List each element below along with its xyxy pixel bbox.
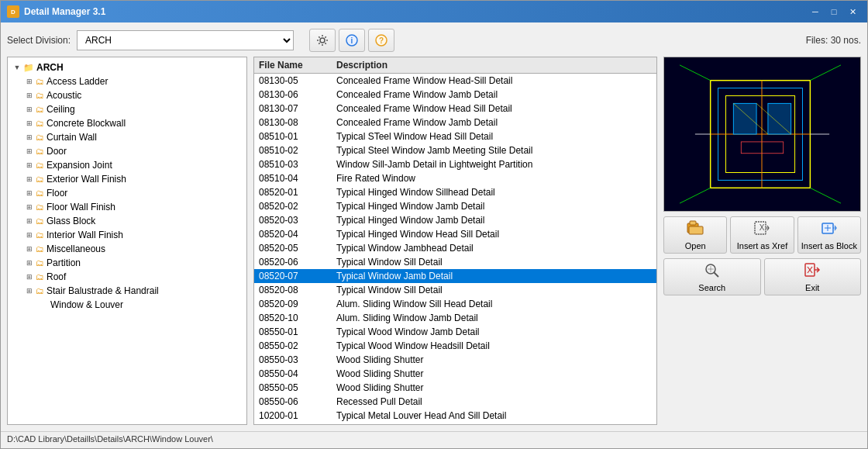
tree-expander-icon <box>36 299 48 311</box>
list-row[interactable]: 08550-03Wood Sliding Shutter <box>254 353 656 367</box>
svg-rect-26 <box>689 226 703 234</box>
division-select[interactable]: ARCH STRUCT MEP <box>77 30 294 50</box>
tree-folder-icon: 🗂 <box>36 105 44 114</box>
list-row[interactable]: 10200-01Typical Metal Louver Head And Si… <box>254 409 656 423</box>
insert-block-button[interactable]: Insert as Block <box>797 216 861 254</box>
list-row[interactable]: 08520-05Typical Window Jambhead Detail <box>254 241 656 255</box>
tree-folder-icon: 🗂 <box>36 133 44 142</box>
tree-item[interactable]: ⊞🗂Roof <box>23 270 243 284</box>
list-cell-filename: 08510-03 <box>259 159 336 170</box>
tree-expander-icon: ⊞ <box>23 187 36 199</box>
tree-item[interactable]: ⊞🗂Expansion Joint <box>23 158 243 172</box>
settings-button[interactable] <box>309 29 336 52</box>
list-row[interactable]: 08520-08Typical Window Sill Detail <box>254 283 656 297</box>
tree-item[interactable]: ⊞🗂Partition <box>23 256 243 270</box>
tree-expander-icon: ⊞ <box>23 131 36 143</box>
list-row[interactable]: 08550-01Typical Wood Window Jamb Detail <box>254 325 656 339</box>
svg-rect-25 <box>690 221 696 225</box>
insert-xref-button[interactable]: X Insert as Xref <box>730 216 794 254</box>
list-row[interactable]: 08510-02Typical Steel Window Jamb Meetin… <box>254 143 656 157</box>
list-row[interactable]: 08520-09Alum. Sliding Window Sill Head D… <box>254 297 656 311</box>
help-button[interactable]: ? <box>368 29 394 52</box>
list-row[interactable]: 08550-02Typical Wood Window Headsill Det… <box>254 339 656 353</box>
list-cell-desc: Wood Sliding Shutter <box>336 368 652 379</box>
title-bar: D Detail Manager 3.1 ─ □ ✕ <box>1 1 867 22</box>
open-button[interactable]: Open <box>663 216 727 254</box>
list-row[interactable]: 08550-06Recessed Pull Detail <box>254 395 656 409</box>
svg-point-2 <box>320 38 325 43</box>
list-cell-filename: 08550-05 <box>259 382 336 393</box>
list-cell-filename: 08130-07 <box>259 103 336 114</box>
list-row[interactable]: 08510-03Window Sill-Jamb Detail in Light… <box>254 157 656 171</box>
list-row[interactable]: 08130-07Concealed Frame Window Head Sill… <box>254 102 656 116</box>
list-cell-filename: 08130-06 <box>259 89 336 100</box>
close-button[interactable]: ✕ <box>844 5 861 19</box>
tree-expander-icon: ⊞ <box>23 215 36 227</box>
tree-item[interactable]: ⊞🗂Concrete Blockwall <box>23 116 243 130</box>
svg-rect-13 <box>733 103 756 134</box>
list-row[interactable]: 08520-07Typical Window Jamb Detail <box>254 269 656 283</box>
list-row[interactable]: 08510-01Typical STeel Window Head Sill D… <box>254 130 656 143</box>
tree-item[interactable]: ⊞🗂Floor Wall Finish <box>23 200 243 214</box>
tree-item[interactable]: ⊞🗂Door <box>23 144 243 158</box>
list-row[interactable]: 08520-01Typical Hinged Window Sillhead D… <box>254 185 656 199</box>
tree-root-item[interactable]: ▼ 📁 ARCH <box>11 60 243 74</box>
list-row[interactable]: 08550-05Wood Sliding Shutter <box>254 381 656 395</box>
main-window: D Detail Manager 3.1 ─ □ ✕ Select Divisi… <box>0 0 868 449</box>
list-cell-desc: Alum. Sliding Window Sill Head Detail <box>336 299 652 309</box>
list-cell-desc: Typical Hinged Window Sillhead Detail <box>336 187 652 198</box>
status-bar: D:\CAD Library\Detaills\Details\ARCH\Win… <box>1 431 867 448</box>
tree-item[interactable]: ⊞🗂Glass Block <box>23 214 243 228</box>
list-cell-filename: 08520-08 <box>259 285 336 295</box>
tree-item[interactable]: ⊞🗂Exterior Wall Finish <box>23 172 243 186</box>
tree-item-label: Floor <box>46 188 67 199</box>
list-cell-desc: Wood Sliding Shutter <box>336 382 652 393</box>
maximize-button[interactable]: □ <box>825 5 842 19</box>
tree-item[interactable]: Window & Louver <box>23 298 243 312</box>
list-row[interactable]: 08130-06Concealed Frame Window Jamb Deta… <box>254 88 656 102</box>
insert-xref-icon: X <box>753 220 770 240</box>
tree-item[interactable]: ⊞🗂Acoustic <box>23 88 243 102</box>
tree-expander-icon: ⊞ <box>23 103 36 116</box>
info-button[interactable]: i <box>339 29 365 52</box>
tree-panel[interactable]: ▼ 📁 ARCH ⊞🗂Access Ladder⊞🗂Acoustic⊞🗂Ceil… <box>7 57 247 425</box>
tree-item[interactable]: ⊞🗂Stair Balustrade & Handrail <box>23 284 243 298</box>
tree-item[interactable]: ⊞🗂Ceiling <box>23 102 243 116</box>
exit-button[interactable]: Exit <box>764 258 862 295</box>
tree-item[interactable]: ⊞🗂Interior Wall Finish <box>23 228 243 242</box>
list-row[interactable]: 08130-08Concealed Frame Window Jamb Deta… <box>254 116 656 130</box>
list-cell-filename: 10200-01 <box>259 410 336 421</box>
minimize-button[interactable]: ─ <box>807 5 824 19</box>
tree-expander-icon: ⊞ <box>23 173 36 185</box>
tree-item-label: Curtain Wall <box>46 132 97 143</box>
tree-item[interactable]: ⊞🗂Miscellaneous <box>23 242 243 256</box>
list-row[interactable]: 08510-04Fire Rated Window <box>254 171 656 185</box>
tree-item[interactable]: ⊞🗂Floor <box>23 186 243 200</box>
search-button[interactable]: Search <box>663 258 761 295</box>
tree-expander-icon: ⊞ <box>23 243 36 255</box>
list-cell-desc: Concealed Frame Window Jamb Detail <box>336 117 652 128</box>
list-row[interactable]: 08520-03Typical Hinged Window Jamb Detai… <box>254 213 656 227</box>
list-row[interactable]: 08520-04Typical Hinged Window Head Sill … <box>254 227 656 241</box>
list-cell-desc: Typical Hinged Window Head Sill Detail <box>336 229 652 240</box>
list-body[interactable]: 08130-05Concealed Frame Window Head-Sill… <box>254 74 656 424</box>
tree-folder-icon: 🗂 <box>36 230 44 240</box>
tree-item-label: Concrete Blockwall <box>46 118 126 129</box>
search-label: Search <box>698 283 725 292</box>
tree-folder-icon: 🗂 <box>36 188 44 198</box>
list-row[interactable]: 08520-10Alum. Sliding Window Jamb Detail <box>254 311 656 325</box>
tree-item-label: Window & Louver <box>50 299 123 310</box>
tree-item[interactable]: ⊞🗂Curtain Wall <box>23 130 243 144</box>
list-row[interactable]: 08520-06Typical Window Sill Detail <box>254 255 656 269</box>
tree-folder-icon: 🗂 <box>36 258 44 268</box>
list-row[interactable]: 08130-05Concealed Frame Window Head-Sill… <box>254 74 656 88</box>
tree-item[interactable]: ⊞🗂Access Ladder <box>23 74 243 88</box>
list-row[interactable]: 08550-04Wood Sliding Shutter <box>254 367 656 381</box>
tree-expander-icon: ⊞ <box>23 271 36 283</box>
tree-expander-icon: ⊞ <box>23 285 36 297</box>
svg-text:X: X <box>760 223 765 232</box>
tree-folder-icon: 🗂 <box>36 286 44 295</box>
open-label: Open <box>685 241 706 250</box>
list-cell-desc: Typical Metal Louver Head And Sill Detai… <box>336 410 652 421</box>
list-row[interactable]: 08520-02Typical Hinged Window Jamb Detai… <box>254 199 656 213</box>
